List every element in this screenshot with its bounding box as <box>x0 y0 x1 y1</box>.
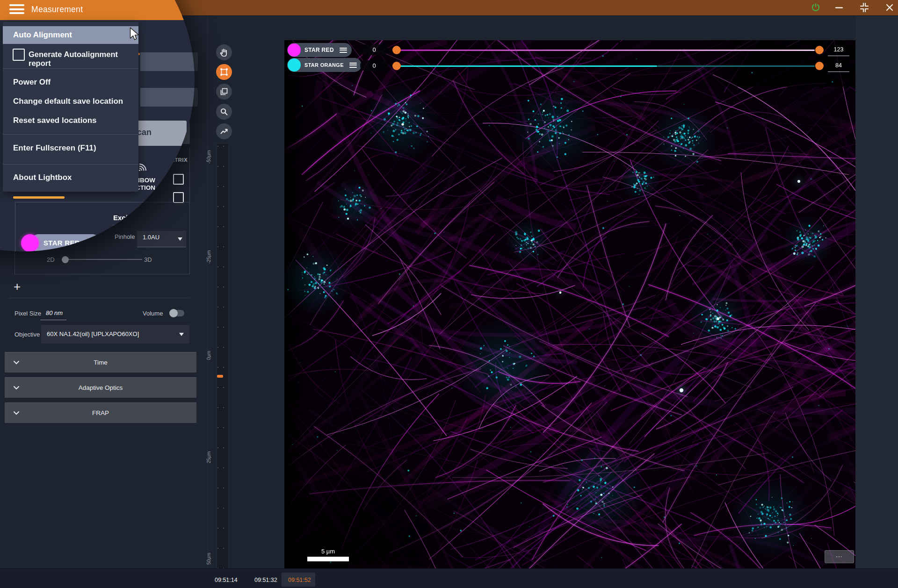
timeline-bar: 09:51:14 09:51:32 09:51:52 <box>0 568 898 588</box>
signal-icon <box>138 162 148 174</box>
z-ruler <box>217 144 229 573</box>
timestamp[interactable]: 09:51:14 <box>215 577 238 583</box>
channel-min-value[interactable]: 0 <box>360 44 388 55</box>
menu-separator <box>3 164 138 165</box>
menu-item-auto-alignment[interactable]: Auto Alignment <box>3 26 138 44</box>
power-button[interactable] <box>810 2 821 13</box>
channel-max-value[interactable]: 84 <box>827 62 850 69</box>
active-tab-indicator <box>13 196 65 199</box>
pixel-size-underline <box>40 320 66 320</box>
objective-dropdown[interactable]: 60X NA1.42(oil) [UPLXAPO60XO] <box>41 325 189 344</box>
channel-name: STAR RED <box>304 47 334 53</box>
section-frap[interactable]: FRAP <box>5 402 196 423</box>
add-channel-button[interactable]: + <box>14 280 21 294</box>
pinhole-dropdown[interactable]: 1.0AU <box>137 231 186 247</box>
objective-label: Objective <box>14 331 40 338</box>
channel-max-value[interactable]: 123 <box>827 46 850 53</box>
scale-bar-label: 5 µm <box>307 548 349 555</box>
menu-separator <box>3 68 138 69</box>
contrast-slider-track-red[interactable] <box>400 50 815 51</box>
channel-max-underline <box>828 72 849 72</box>
region-select-tool-button[interactable] <box>216 64 232 80</box>
contrast-slider-track-orange-filled[interactable] <box>400 65 657 67</box>
ruler-position-marker[interactable] <box>217 375 223 378</box>
hand-icon <box>219 48 229 57</box>
channel-color-dot <box>288 43 301 57</box>
pinhole-label: Pinhole <box>115 233 135 240</box>
panel-border-bottom <box>14 274 190 274</box>
volume-toggle[interactable] <box>170 310 184 316</box>
matrix-checkbox-2[interactable] <box>173 192 184 203</box>
zoom-tool-button[interactable] <box>216 104 232 120</box>
slider-handle-orange-max[interactable] <box>815 62 824 70</box>
app-title: Measurement <box>31 5 83 14</box>
checkbox-icon[interactable] <box>13 49 25 61</box>
section-time-label: Time <box>5 352 196 373</box>
sidebar-mode-button-row2-magnified[interactable] <box>140 88 195 107</box>
timestamp[interactable]: 09:51:32 <box>254 577 277 583</box>
section-time[interactable]: Time <box>5 352 196 373</box>
measurement-app: MATRIX Pinhole 1.0AU 2D 3D + Pixel Size … <box>0 0 898 588</box>
matrix-checkbox-1[interactable] <box>173 174 184 185</box>
pixel-size-value[interactable]: 80 nm <box>46 309 63 316</box>
menu-item-power-off[interactable]: Power Off <box>3 74 138 91</box>
magnifier-icon <box>220 108 228 116</box>
sidebar-mode-button-row1-magnified[interactable] <box>140 52 195 71</box>
header-separator-magnified <box>112 225 150 225</box>
contrast-slider-track-orange[interactable] <box>657 65 815 67</box>
menu-item-change-save-location[interactable]: Change default save location <box>3 93 138 110</box>
app-menu: Auto Alignment Generate Autoalignment re… <box>3 22 138 192</box>
restore-button[interactable] <box>859 2 870 13</box>
panel-border-magnified <box>15 202 145 202</box>
profile-tool-button[interactable] <box>216 123 232 139</box>
section-adaptive-optics[interactable]: Adaptive Optics <box>5 377 196 398</box>
mode-2d-label: 2D <box>47 256 55 263</box>
pixel-size-label: Pixel Size <box>14 310 41 317</box>
scan-button-label-fragment: can <box>137 128 152 137</box>
dimension-slider-knob[interactable] <box>62 256 69 263</box>
dimension-slider-track[interactable] <box>65 259 142 260</box>
hamburger-menu-icon[interactable] <box>9 4 24 16</box>
channel-menu-icon[interactable] <box>349 61 357 69</box>
trend-icon <box>220 127 228 136</box>
pan-tool-button[interactable] <box>216 44 232 60</box>
close-button[interactable] <box>884 2 895 13</box>
image-viewport[interactable]: STAR RED STAR ORANGE 0 0 123 84 5 µm ... <box>284 40 855 568</box>
magnifier-loupe: Measurement can NBOW CTION <box>0 0 195 251</box>
minimize-button[interactable] <box>833 2 845 13</box>
objective-value: 60X NA1.42(oil) [UPLXAPO60XO] <box>47 330 139 337</box>
channel-menu-icon[interactable] <box>340 46 347 54</box>
layers-icon <box>220 87 228 96</box>
menu-item-about-lightbox[interactable]: About Lightbox <box>3 169 138 186</box>
slider-handle-orange-min[interactable] <box>392 62 401 70</box>
channel-chip-star-orange[interactable]: STAR ORANGE <box>287 58 362 72</box>
slider-handle-red-min[interactable] <box>392 46 401 54</box>
duplicate-view-tool-button[interactable] <box>216 84 232 100</box>
channel-color-dot-magnified <box>21 234 39 251</box>
section-frap-label: FRAP <box>5 403 196 423</box>
menu-item-enter-fullscreen[interactable]: Enter Fullscreen (F11) <box>3 140 138 157</box>
channel-color-dot <box>288 58 301 72</box>
right-background-panel <box>855 15 898 568</box>
power-icon <box>810 2 821 13</box>
menu-separator <box>3 134 138 135</box>
more-options-button[interactable]: ... <box>825 550 854 563</box>
volume-toggle-knob[interactable] <box>169 309 178 317</box>
menu-item-generate-report[interactable]: Generate Autoalignment report <box>3 45 138 65</box>
pinhole-value: 1.0AU <box>143 234 159 241</box>
channel-min-value[interactable]: 0 <box>360 60 388 71</box>
microscopy-image[interactable] <box>284 40 855 568</box>
channel-chip-star-red[interactable]: STAR RED <box>287 43 352 57</box>
scale-bar <box>307 557 349 561</box>
frame-icon <box>220 68 228 76</box>
channel-max-underline <box>828 56 849 56</box>
channel-chip-magnified[interactable]: STAR RED <box>30 234 101 251</box>
timestamp-selected[interactable]: 09:51:52 <box>288 577 311 583</box>
panel-border-right <box>189 148 190 274</box>
close-icon <box>884 2 895 13</box>
sidebar-edge-divider <box>207 15 208 568</box>
title-bar-magnified <box>0 0 195 20</box>
menu-item-reset-saved-locations[interactable]: Reset saved locations <box>3 112 138 129</box>
ruler-label: -50µm <box>206 141 213 173</box>
slider-handle-red-max[interactable] <box>815 46 824 54</box>
